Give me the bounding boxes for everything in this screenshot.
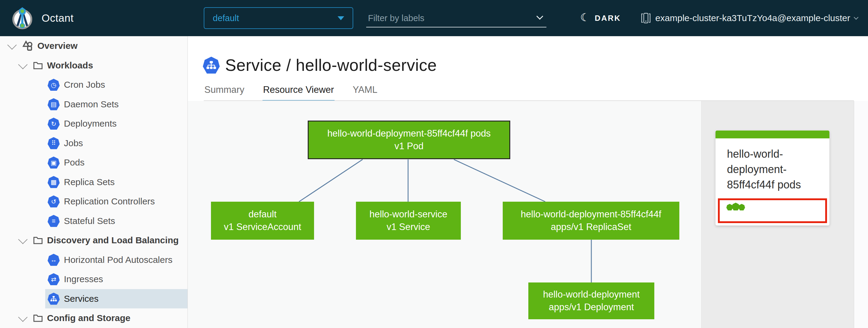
sidebar-item-replication-controllers[interactable]: ↺ Replication Controllers: [0, 192, 187, 211]
card-status-bar: [715, 130, 830, 138]
octant-app: Octant default ☾ DARK example-cluster-ka…: [0, 0, 868, 328]
sidebar-item-label: Deployments: [64, 118, 117, 129]
overview-icon: [22, 40, 33, 52]
graph-node-service[interactable]: hello-world-service v1 Service: [356, 202, 461, 240]
stateful-sets-icon: ≡: [48, 215, 60, 227]
daemon-sets-icon: ▤: [48, 98, 60, 110]
dark-theme-toggle[interactable]: ☾ DARK: [580, 0, 621, 36]
tab-summary[interactable]: Summary: [204, 84, 245, 102]
node-name: default: [211, 208, 314, 221]
sidebar-group-discovery-and-load-balancing[interactable]: Discovery and Load Balancing: [0, 231, 187, 250]
node-kind: v1 Service: [356, 221, 461, 233]
cluster-context-selector[interactable]: example-cluster-ka3TuTzYo4a@example-clus…: [641, 0, 858, 36]
chevron-down-icon: [854, 15, 859, 20]
namespace-dropdown[interactable]: default: [204, 7, 353, 29]
moon-icon: ☾: [580, 12, 590, 23]
folder-icon: [33, 314, 43, 322]
pods-icon: ▣: [48, 156, 60, 169]
sidebar-item-deployments[interactable]: ↻ Deployments: [0, 114, 187, 133]
sidebar-item-services[interactable]: Services: [0, 289, 187, 309]
sidebar-item-replica-sets[interactable]: ▩ Replica Sets: [0, 173, 187, 192]
sidebar-item-cron-jobs[interactable]: ◷ Cron Jobs: [0, 75, 187, 95]
dark-label: DARK: [595, 13, 621, 23]
sidebar-item-label: Ingresses: [64, 274, 103, 284]
tab-bar: Summary Resource Viewer YAML: [204, 84, 378, 102]
sidebar-item-horizontal-pod-autoscalers[interactable]: ↔ Horizontal Pod Autoscalers: [0, 250, 187, 270]
sidebar-item-label: Replication Controllers: [64, 196, 155, 207]
sidebar-item-label: Replica Sets: [64, 177, 115, 187]
sidebar-item-label: Workloads: [47, 60, 93, 70]
sidebar-item-label: Daemon Sets: [64, 99, 119, 110]
service-icon: [203, 57, 220, 73]
folder-icon: [33, 61, 43, 70]
node-kind: apps/v1 Deployment: [528, 301, 654, 314]
main-content: Service / hello-world-service Summary Re…: [188, 36, 868, 328]
sidebar-group-workloads[interactable]: Workloads: [0, 56, 187, 76]
sidebar-item-label: Stateful Sets: [64, 216, 115, 226]
sidebar-item-label: Services: [64, 294, 98, 304]
sidebar-item-label: Overview: [37, 41, 78, 51]
chevron-down-icon[interactable]: [18, 235, 27, 244]
tab-yaml[interactable]: YAML: [352, 84, 378, 102]
sidebar-item-ingresses[interactable]: ⇄ Ingresses: [0, 270, 187, 289]
node-name: hello-world-deployment-85ff4cf44f: [503, 208, 679, 221]
page-header: Service / hello-world-service: [203, 56, 437, 75]
filter-underline: [366, 27, 547, 27]
label-filter: [366, 7, 547, 29]
cluster-icon: [641, 12, 651, 24]
replication-controllers-icon: ↺: [48, 196, 60, 207]
app-header: Octant default ☾ DARK example-cluster-ka…: [0, 0, 868, 36]
tab-resource-viewer[interactable]: Resource Viewer: [262, 84, 335, 102]
card-title: hello-world-deployment-85ff4cf44f pods: [715, 138, 830, 197]
folder-icon: [33, 236, 43, 244]
brand: Octant: [11, 0, 73, 36]
sidebar-item-stateful-sets[interactable]: ≡ Stateful Sets: [0, 211, 187, 231]
ingresses-icon: ⇄: [48, 273, 60, 285]
sidebar-item-label: Config and Storage: [47, 313, 130, 323]
cluster-name: example-cluster-ka3TuTzYo4a@example-clus…: [655, 13, 850, 23]
sidebar-item-pods[interactable]: ▣ Pods: [0, 153, 187, 173]
sidebar-item-label: Discovery and Load Balancing: [47, 235, 179, 245]
graph-node-serviceaccount[interactable]: default v1 ServiceAccount: [211, 202, 314, 240]
sidebar-item-label: Horizontal Pod Autoscalers: [64, 255, 173, 265]
page-title: Service / hello-world-service: [225, 56, 437, 75]
chevron-down-icon[interactable]: [18, 60, 27, 69]
sidebar-navigation: Overview Workloads ◷ Cron Jobs ▤ Daemon …: [0, 36, 188, 328]
filter-by-labels-input[interactable]: [366, 7, 547, 29]
dropdown-caret-icon: [338, 16, 344, 20]
pod-status-highlight[interactable]: [718, 198, 827, 223]
node-name: hello-world-service: [356, 208, 461, 221]
graph-edge: [454, 159, 545, 202]
cron-jobs-icon: ◷: [48, 79, 60, 91]
node-name: hello-world-deployment-85ff4cf44f pods: [309, 127, 509, 140]
chevron-down-icon[interactable]: [18, 312, 27, 322]
sidebar-item-label: Pods: [64, 157, 84, 168]
pod-ok-icon: [738, 204, 745, 210]
node-kind: v1 Pod: [309, 140, 509, 153]
deployments-icon: ↻: [48, 118, 60, 130]
scroll-gutter[interactable]: [854, 101, 868, 328]
graph-node-deployment[interactable]: hello-world-deployment apps/v1 Deploymen…: [528, 282, 654, 319]
replica-sets-icon: ▩: [48, 176, 60, 188]
sidebar-item-overview[interactable]: Overview: [0, 36, 187, 56]
services-icon: [48, 293, 60, 305]
chevron-down-icon[interactable]: [7, 40, 17, 50]
horizontal-pod-autoscalers-icon: ↔: [48, 254, 60, 266]
jobs-icon: ⠿: [48, 137, 60, 149]
app-title: Octant: [41, 12, 73, 24]
detail-side-panel: hello-world-deployment-85ff4cf44f pods: [701, 101, 854, 328]
selected-resource-card[interactable]: hello-world-deployment-85ff4cf44f pods: [715, 130, 830, 226]
sidebar-item-label: Jobs: [64, 138, 83, 148]
resource-graph-canvas[interactable]: hello-world-deployment-85ff4cf44f pods v…: [188, 101, 701, 328]
sidebar-item-jobs[interactable]: ⠿ Jobs: [0, 133, 187, 153]
node-kind: v1 ServiceAccount: [211, 221, 314, 233]
graph-node-pod[interactable]: hello-world-deployment-85ff4cf44f pods v…: [308, 121, 510, 159]
graph-node-replicaset[interactable]: hello-world-deployment-85ff4cf44f apps/v…: [503, 202, 679, 240]
node-name: hello-world-deployment: [528, 288, 654, 301]
sidebar-item-daemon-sets[interactable]: ▤ Daemon Sets: [0, 95, 187, 114]
sidebar-group-config-and-storage[interactable]: Config and Storage: [0, 308, 187, 328]
node-kind: apps/v1 ReplicaSet: [503, 221, 679, 233]
graph-edge: [299, 159, 363, 202]
octant-logo-icon: [11, 7, 34, 30]
sidebar-item-label: Cron Jobs: [64, 80, 105, 90]
